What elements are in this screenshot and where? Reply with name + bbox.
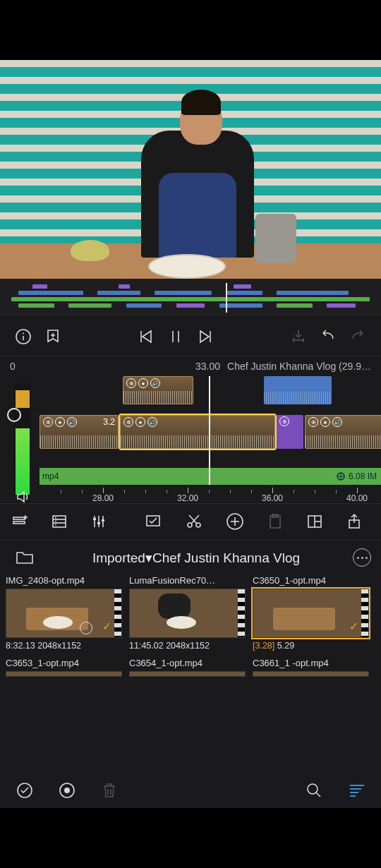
- media-item[interactable]: IMG_2408-opt.mp4 ✓ 8:32.13 2048x1152: [6, 575, 122, 651]
- ruler-tick: 28.00: [92, 493, 114, 503]
- timeline-header: 0 33.00 Chef Justin Khanna Vlog (29.9…: [0, 356, 381, 376]
- level-knob[interactable]: [7, 408, 21, 422]
- prev-button[interactable]: [135, 326, 157, 347]
- svg-rect-12: [13, 517, 25, 519]
- redo-button[interactable]: [347, 326, 368, 347]
- transport-bar: [0, 318, 381, 356]
- check-icon: ✓: [349, 620, 358, 633]
- svg-line-49: [316, 792, 320, 797]
- insert-button[interactable]: [288, 326, 309, 347]
- clipboard-button[interactable]: [267, 511, 284, 532]
- track-list-button[interactable]: [51, 511, 68, 532]
- bottom-bar: [0, 773, 381, 808]
- video-preview[interactable]: [0, 60, 381, 279]
- svg-point-48: [308, 784, 318, 794]
- transition-clip[interactable]: ⊕: [277, 415, 303, 449]
- svg-rect-26: [97, 522, 100, 524]
- overlay-clip[interactable]: ⊕●🔊: [123, 376, 193, 404]
- selected-clip[interactable]: ⊕●🔊: [120, 415, 275, 449]
- trash-button[interactable]: [99, 780, 120, 801]
- folder-button[interactable]: [14, 547, 35, 568]
- pause-button[interactable]: [165, 326, 186, 347]
- media-filename: C3653_1-opt.mp4: [6, 658, 122, 668]
- speaker-icon[interactable]: [16, 489, 31, 505]
- timeline-overview[interactable]: [0, 279, 381, 318]
- ruler-tick: 40.00: [346, 493, 368, 503]
- timeline-tracks[interactable]: ⊕●🔊 ⊕●🔊 3.2 ⊕●🔊 ⊕ ⊕●🔊: [0, 376, 381, 503]
- library-header: Imported▾Chef Justin Khanna Vlog: [0, 540, 381, 575]
- next-button[interactable]: [195, 326, 216, 347]
- check-icon: ✓: [102, 620, 111, 633]
- video-clip[interactable]: ⊕●🔊 3.2: [40, 415, 119, 449]
- media-duration: 5.29: [277, 641, 294, 651]
- media-range: [3.28]: [253, 641, 274, 651]
- audio-track[interactable]: mp4 6.08 IM: [40, 468, 381, 485]
- media-duration: 11:45.02: [129, 641, 164, 651]
- svg-rect-27: [102, 519, 104, 522]
- add-track-button[interactable]: [11, 511, 28, 532]
- media-item[interactable]: C3654_1-opt.mp4: [129, 658, 246, 677]
- media-grid: IMG_2408-opt.mp4 ✓ 8:32.13 2048x1152 Lum…: [0, 575, 381, 677]
- svg-point-19: [55, 517, 56, 519]
- video-clip-3[interactable]: ⊕●🔊: [305, 415, 381, 449]
- select-all-button[interactable]: [14, 780, 35, 801]
- media-item[interactable]: C3661_1 -opt.mp4: [253, 658, 369, 677]
- layout-button[interactable]: [306, 511, 323, 532]
- mixer-button[interactable]: [90, 511, 107, 532]
- marker-button[interactable]: [42, 326, 64, 347]
- timeline-project-name: Chef Justin Khanna Vlog (29.9…: [227, 361, 371, 372]
- media-resolution: 2048x1152: [37, 641, 81, 651]
- svg-point-45: [64, 788, 70, 793]
- ruler-tick: 32.00: [177, 493, 198, 503]
- playhead[interactable]: [209, 376, 210, 485]
- overlay-clip-2[interactable]: [264, 376, 332, 404]
- share-button[interactable]: [346, 511, 363, 532]
- info-button[interactable]: [13, 326, 34, 347]
- more-button[interactable]: [353, 548, 371, 567]
- time-ruler[interactable]: 28.00 32.00 36.00 40.00: [40, 485, 381, 503]
- media-item[interactable]: C3650_1-opt.mp4 ✓ [3.28] 5.29: [253, 575, 369, 651]
- media-filename: C3650_1-opt.mp4: [253, 575, 369, 586]
- search-button[interactable]: [303, 780, 325, 801]
- svg-point-20: [55, 521, 56, 522]
- svg-rect-16: [53, 516, 66, 527]
- media-duration: 8:32.13: [6, 641, 35, 651]
- used-icon: [80, 622, 92, 634]
- timeline-start: 0: [10, 361, 16, 372]
- audio-level-meter: [14, 383, 31, 496]
- svg-point-21: [55, 524, 56, 526]
- audio-clip-ext: mp4: [42, 471, 59, 481]
- cut-button[interactable]: [185, 511, 203, 532]
- media-resolution: 2048x1152: [166, 641, 210, 651]
- library-breadcrumb[interactable]: Imported▾Chef Justin Khanna Vlog: [40, 550, 353, 566]
- svg-rect-13: [13, 522, 25, 524]
- audio-clip-size: 6.08 IM: [349, 471, 377, 481]
- media-item[interactable]: LumaFusionRec70… 11:45.02 2048x1152: [129, 575, 246, 651]
- svg-point-2: [23, 333, 24, 334]
- ruler-tick: 36.00: [262, 493, 283, 503]
- sort-button[interactable]: [346, 780, 367, 801]
- media-item[interactable]: C3653_1-opt.mp4: [6, 658, 122, 677]
- media-filename: C3661_1 -opt.mp4: [253, 658, 369, 668]
- record-button[interactable]: [56, 780, 78, 801]
- add-button[interactable]: [226, 511, 244, 532]
- select-button[interactable]: [144, 511, 162, 532]
- media-filename: IMG_2408-opt.mp4: [6, 575, 122, 586]
- clip-speed-label: 3.2: [103, 417, 115, 427]
- timeline-current: 33.00: [195, 361, 220, 372]
- media-filename: C3654_1-opt.mp4: [129, 658, 246, 668]
- svg-rect-25: [93, 518, 96, 520]
- edit-tools: [0, 503, 381, 540]
- media-filename: LumaFusionRec70…: [129, 575, 246, 586]
- undo-button[interactable]: [318, 326, 339, 347]
